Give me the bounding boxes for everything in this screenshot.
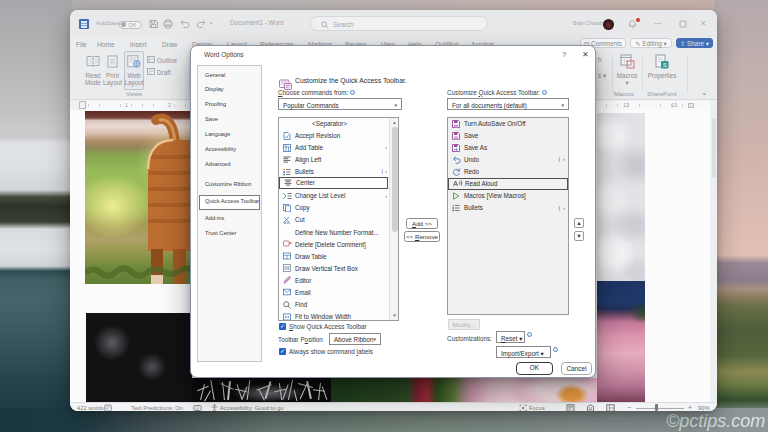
svg-text:S: S [663, 62, 667, 68]
svg-text:A: A [453, 179, 458, 187]
